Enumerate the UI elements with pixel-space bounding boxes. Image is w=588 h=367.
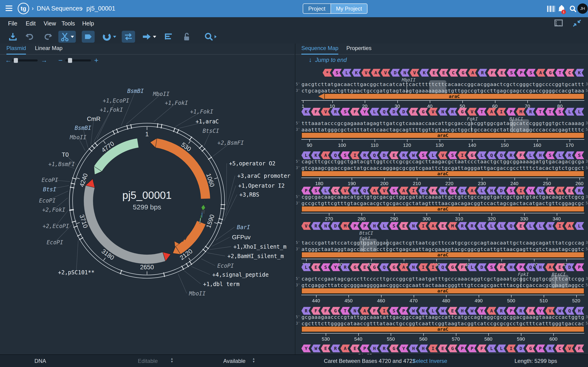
lock-open-icon[interactable] bbox=[182, 31, 191, 43]
feature-bar-arac[interactable]: araC bbox=[301, 206, 584, 212]
menu-help[interactable]: Help bbox=[82, 20, 94, 27]
panel-layout-icon[interactable] bbox=[554, 19, 563, 27]
find-caret[interactable] bbox=[215, 35, 216, 38]
my-project-button[interactable]: My Project bbox=[330, 4, 367, 13]
plasmid-feature-label[interactable]: +4,signal_peptide bbox=[212, 272, 269, 278]
plasmid-feature-label[interactable]: EcoPI bbox=[217, 263, 234, 269]
plasmid-feature-label[interactable]: +1,FokI bbox=[165, 100, 188, 106]
top-strand[interactable]: 5'tacccgattatccatcggtggatggagcgactcgttaa… bbox=[301, 240, 584, 246]
rotate-right-arrow[interactable]: → bbox=[41, 57, 47, 64]
plasmid-feature-label[interactable]: BarI bbox=[237, 224, 250, 231]
feature-bar-arac[interactable]: araC bbox=[301, 252, 584, 258]
edit-status-toggle-icon[interactable]: ▲▼ bbox=[170, 357, 173, 363]
cut-site-label[interactable]: BtsCI bbox=[358, 353, 372, 354]
menu-view[interactable]: View bbox=[44, 20, 56, 27]
plasmid-feature-label[interactable]: EcoPI bbox=[42, 177, 58, 183]
bottom-strand[interactable]: 3'ctgcagaatactgttgaactgccgatgtagtaagtgaa… bbox=[301, 88, 584, 94]
plasmid-feature-label[interactable]: +2,BsmFI bbox=[217, 140, 244, 146]
rotate-left-arrow[interactable]: ← bbox=[5, 57, 11, 64]
plasmid-feature-label[interactable]: EcoPI bbox=[47, 239, 63, 246]
cut-dropdown-caret[interactable] bbox=[71, 36, 74, 38]
plasmid-feature-label[interactable]: +2,pSC101** bbox=[58, 269, 95, 276]
molecule-type-label[interactable]: DNA bbox=[35, 358, 46, 364]
availability-label[interactable]: Available bbox=[223, 358, 246, 364]
feature-bar-arac[interactable]: araC bbox=[301, 132, 584, 138]
undo-button[interactable] bbox=[25, 31, 35, 43]
plasmid-feature-label[interactable]: MboII bbox=[153, 91, 170, 97]
plasmid-feature-label[interactable]: GFPuv bbox=[232, 234, 251, 241]
circular-view-caret[interactable] bbox=[113, 36, 116, 38]
plasmid-feature-label[interactable]: +1,FokI bbox=[100, 107, 123, 113]
find-in-sequence-button[interactable] bbox=[204, 31, 216, 43]
zoom-in-button[interactable]: + bbox=[94, 57, 99, 64]
circular-view-button[interactable] bbox=[102, 31, 116, 43]
feature-bar-arac[interactable]: araC bbox=[301, 171, 584, 177]
plasmid-feature-label[interactable]: +2,EcoPI bbox=[43, 223, 69, 229]
select-inverse-link[interactable]: Select Inverse bbox=[412, 358, 447, 364]
plasmid-feature-label[interactable]: EcoPI bbox=[39, 198, 56, 204]
bottom-strand[interactable]: 3'gtcgaggcttatcgcgggaaggggaacgggccgcaatt… bbox=[301, 282, 584, 288]
cut-restriction-button[interactable] bbox=[58, 31, 76, 43]
bottom-strand[interactable]: 3'aaatttatgggcgctctttatctcaactagcagttttg… bbox=[301, 127, 584, 133]
project-button[interactable]: Project bbox=[303, 4, 330, 13]
tab-linear-map[interactable]: Linear Map bbox=[35, 45, 62, 54]
edit-status-label[interactable]: Editable bbox=[138, 358, 158, 364]
bottom-strand[interactable]: 3'cgctttcttggggcataaccgtttataactgccggtca… bbox=[301, 321, 584, 327]
bottom-strand[interactable]: 3'gtcgaagcggaccgactatgcaaccaggagcgcggtcg… bbox=[301, 165, 584, 171]
user-avatar[interactable]: JH bbox=[578, 3, 588, 14]
plasmid-feature-label[interactable]: BsmBI bbox=[127, 88, 144, 94]
alignment-button[interactable] bbox=[164, 31, 173, 43]
plasmid-feature-label[interactable]: T0 bbox=[62, 151, 69, 158]
bottom-strand[interactable]: 3'gccgctgttcgtttgtacgacacgctgcgaccgctata… bbox=[301, 200, 584, 206]
plasmid-feature-label[interactable]: CmR bbox=[87, 115, 100, 122]
zoom-out-button[interactable]: − bbox=[58, 57, 63, 64]
collapse-fullscreen-icon[interactable] bbox=[572, 19, 582, 27]
availability-toggle-icon[interactable]: ▲▼ bbox=[252, 357, 255, 363]
feature-label-button[interactable] bbox=[82, 31, 95, 43]
plasmid-feature-label[interactable]: BtsCI bbox=[203, 128, 219, 134]
plasmid-feature-label[interactable]: +3,RBS bbox=[239, 192, 259, 198]
top-strand[interactable]: 5'cagctccgaatagcgcccttccccttgcccggcgttaa… bbox=[301, 276, 584, 282]
arrow-annotation-button[interactable] bbox=[142, 31, 156, 43]
plasmid-feature-label[interactable]: +1,FokI bbox=[190, 108, 213, 115]
plasmid-feature-label[interactable]: +2,BamHI_silent_m bbox=[227, 253, 284, 259]
plasmid-feature-label[interactable]: MboII bbox=[69, 134, 86, 141]
cut-site-label[interactable]: BtsCI bbox=[359, 230, 373, 236]
plasmid-feature-label[interactable]: +5,operator O2 bbox=[229, 160, 275, 167]
top-strand[interactable]: 5'cagcttcgcctggctgatacgttggtcctcgcgccagc… bbox=[301, 159, 584, 165]
tg-logo[interactable]: tg bbox=[18, 3, 29, 14]
global-search-icon[interactable] bbox=[569, 5, 577, 12]
plasmid-feature-label[interactable]: +1,Operator I2 bbox=[238, 183, 285, 189]
tab-plasmid[interactable]: Plasmid bbox=[6, 45, 26, 55]
rotation-slider[interactable] bbox=[12, 59, 38, 61]
notifications-bell-icon[interactable]: 1 bbox=[558, 5, 567, 15]
plasmid-feature-label[interactable]: +1,araC bbox=[195, 118, 219, 125]
sequence-rows-container[interactable]: *SLKVAVDNVKEECGARFESPSAGTCKMboII5'gacgtc… bbox=[301, 44, 584, 354]
barcode-icon[interactable] bbox=[547, 6, 555, 12]
menu-tools[interactable]: Tools bbox=[61, 20, 75, 27]
plasmid-feature-label[interactable]: BtsI bbox=[43, 186, 56, 193]
menu-file[interactable]: File bbox=[8, 20, 17, 27]
top-strand[interactable]: 5'gcgaaagaaccccgtattggcaaatattgacggccagt… bbox=[301, 314, 584, 320]
zoom-slider[interactable] bbox=[65, 59, 91, 61]
menu-edit[interactable]: Edit bbox=[26, 20, 36, 27]
plasmid-feature-label[interactable]: +1,XhoI_silent_m bbox=[233, 244, 286, 250]
arrow-annotation-caret[interactable] bbox=[153, 36, 156, 38]
plasmid-feature-label[interactable]: BsmBI bbox=[75, 125, 91, 131]
hamburger-menu-icon[interactable] bbox=[6, 6, 12, 11]
plasmid-feature-label[interactable]: +1,dbl term bbox=[203, 281, 240, 287]
bottom-strand[interactable]: 3'atgggctaataggtagccacctacctcgctgagcaatt… bbox=[301, 246, 584, 252]
redo-button[interactable] bbox=[43, 31, 53, 43]
plasmid-circular-map[interactable]: 153010601590212026503180371042404770BsmB… bbox=[0, 63, 294, 354]
plasmid-feature-label[interactable]: +3,araC promoter bbox=[237, 173, 290, 179]
breadcrumb-sequence-name[interactable]: pj5_00001 bbox=[86, 5, 115, 12]
download-button[interactable] bbox=[8, 31, 17, 43]
top-strand[interactable]: 5'tttaaatacccgcgagaaatagagttgatcgtcaaaac… bbox=[301, 120, 584, 126]
plasmid-feature-label[interactable]: MboII bbox=[189, 290, 206, 297]
plasmid-feature-label[interactable]: +1,BsmFI bbox=[48, 161, 75, 167]
plasmid-feature-label[interactable]: +2,FokI bbox=[42, 207, 65, 213]
feature-bar-arac[interactable]: araC bbox=[324, 93, 584, 99]
feature-bar-arac[interactable]: araC bbox=[301, 288, 584, 294]
feature-bar-arac[interactable]: araC bbox=[301, 326, 584, 332]
plasmid-feature-label[interactable]: +1,EcoPI bbox=[103, 98, 129, 104]
